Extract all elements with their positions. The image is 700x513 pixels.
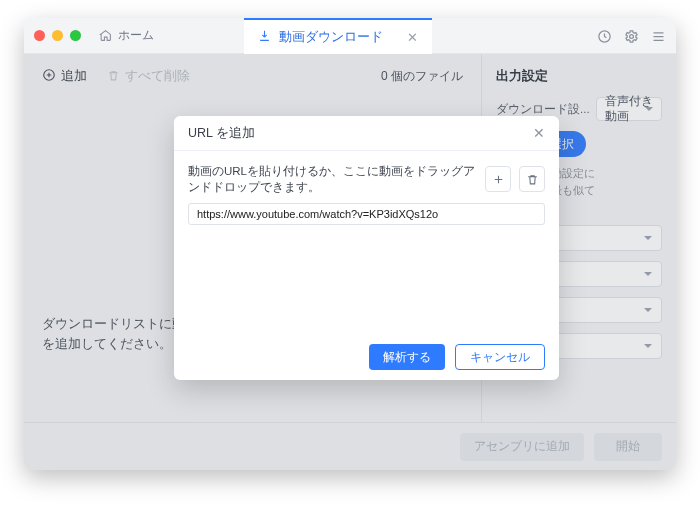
app-window: ホーム 動画ダウンロード ✕ (24, 18, 676, 470)
modal-instruction: 動画のURLを貼り付けるか、ここに動画をドラッグアンドドロップできます。 (188, 163, 477, 195)
tab-download-label: 動画ダウンロード (279, 29, 383, 46)
analyze-button[interactable]: 解析する (369, 344, 445, 370)
minimize-window[interactable] (52, 30, 63, 41)
close-window[interactable] (34, 30, 45, 41)
titlebar-right (597, 18, 666, 54)
history-icon[interactable] (597, 29, 612, 44)
home-label: ホーム (118, 27, 154, 44)
modal-title: URL を追加 (188, 125, 255, 142)
window-controls (34, 30, 81, 41)
menu-icon[interactable] (651, 29, 666, 44)
modal-close-icon[interactable]: ✕ (533, 125, 545, 141)
add-url-plus-button[interactable] (485, 166, 511, 192)
cancel-button[interactable]: キャンセル (455, 344, 545, 370)
tab-download[interactable]: 動画ダウンロード ✕ (244, 18, 432, 54)
home-tab[interactable]: ホーム (99, 27, 154, 44)
home-icon (99, 29, 112, 42)
titlebar: ホーム 動画ダウンロード ✕ (24, 18, 676, 54)
maximize-window[interactable] (70, 30, 81, 41)
download-icon (258, 29, 271, 45)
svg-point-1 (630, 34, 634, 38)
tab-close-icon[interactable]: ✕ (407, 30, 418, 45)
add-url-modal: URL を追加 ✕ 動画のURLを貼り付けるか、ここに動画をドラッグアンドドロッ… (174, 116, 559, 380)
modal-footer: 解析する キャンセル (174, 334, 559, 380)
url-input[interactable]: https://www.youtube.com/watch?v=KP3idXQs… (188, 203, 545, 225)
settings-icon[interactable] (624, 29, 639, 44)
modal-header: URL を追加 ✕ (174, 116, 559, 150)
modal-instruction-row: 動画のURLを貼り付けるか、ここに動画をドラッグアンドドロップできます。 (174, 151, 559, 203)
clear-url-trash-button[interactable] (519, 166, 545, 192)
url-value: https://www.youtube.com/watch?v=KP3idXQs… (197, 208, 438, 220)
